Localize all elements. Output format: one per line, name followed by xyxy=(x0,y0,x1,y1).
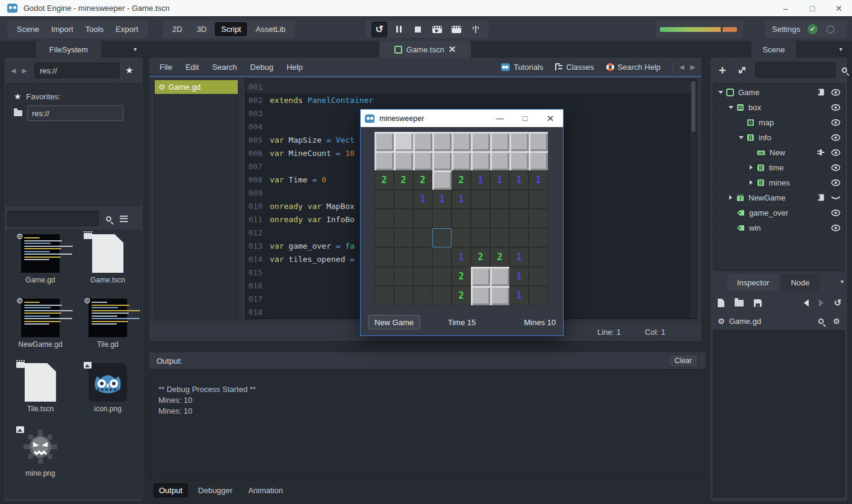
scene-node-mines[interactable]: mines xyxy=(714,175,844,190)
tile-r6-c3[interactable] xyxy=(432,247,452,267)
tile-r0-c3[interactable] xyxy=(432,132,452,151)
inspector-search-icon[interactable] xyxy=(818,319,824,324)
tile-r7-c3[interactable] xyxy=(432,267,452,286)
tile-r4-c6[interactable] xyxy=(490,209,509,228)
tile-r2-c8[interactable]: 1 xyxy=(529,170,548,190)
menu-import[interactable]: Import xyxy=(45,23,79,36)
tile-r6-c4[interactable]: 1 xyxy=(452,247,471,267)
tile-r3-c0[interactable] xyxy=(375,190,394,209)
file-mine-png[interactable]: mine.png xyxy=(9,428,72,492)
tile-r0-c1[interactable] xyxy=(394,132,413,151)
tile-r1-c7[interactable] xyxy=(509,151,529,170)
tab-node[interactable]: Node xyxy=(781,274,819,291)
load-resource-icon[interactable] xyxy=(735,300,744,306)
scene-node-new[interactable]: OKNew xyxy=(714,145,844,160)
favorite-star-icon[interactable]: ★ xyxy=(125,65,133,76)
pause-button[interactable] xyxy=(391,22,406,37)
tile-r6-c1[interactable] xyxy=(394,247,413,267)
tile-r3-c7[interactable] xyxy=(509,190,529,209)
tile-r5-c6[interactable] xyxy=(490,228,509,247)
script-icon[interactable] xyxy=(817,193,825,202)
minesweeper-maximize-button[interactable]: □ xyxy=(512,110,538,127)
tile-r3-c2[interactable]: 1 xyxy=(413,190,432,209)
tile-r2-c2[interactable]: 2 xyxy=(413,170,432,190)
scene-node-game_over[interactable]: game_over xyxy=(714,205,844,220)
nav-forward-icon[interactable]: ▶ xyxy=(22,67,26,75)
eye-icon[interactable] xyxy=(831,134,841,141)
bottom-tab-debugger[interactable]: Debugger xyxy=(193,484,238,497)
settings-button[interactable]: Settings xyxy=(772,25,800,34)
code-line-001[interactable]: 001 xyxy=(246,80,696,93)
tile-r6-c0[interactable] xyxy=(375,247,394,267)
tile-r3-c3[interactable]: 1 xyxy=(432,190,452,209)
script-menu-debug[interactable]: Debug xyxy=(244,63,280,72)
history-icon[interactable]: ↺ xyxy=(834,297,842,308)
tile-r3-c5[interactable] xyxy=(471,190,490,209)
instance-scene-icon[interactable] xyxy=(738,66,747,75)
tile-r1-c1[interactable] xyxy=(394,151,413,170)
tile-r8-c5[interactable] xyxy=(471,286,490,305)
tile-r5-c8[interactable] xyxy=(529,228,548,247)
tile-r1-c2[interactable] xyxy=(413,151,432,170)
replay-button[interactable]: ↺ xyxy=(372,22,387,37)
tile-r2-c6[interactable]: 1 xyxy=(490,170,509,190)
remote-debug-icon[interactable] xyxy=(468,22,484,37)
help-link-search-help[interactable]: Search Help xyxy=(602,63,666,72)
scene-dock-menu-icon[interactable]: ▾ xyxy=(839,46,842,52)
tile-r4-c3[interactable] xyxy=(432,209,452,228)
tile-r7-c6[interactable] xyxy=(490,267,509,286)
menu-export[interactable]: Export xyxy=(110,23,145,36)
scene-node-info[interactable]: info xyxy=(714,130,844,145)
expand-toggle-icon[interactable] xyxy=(748,180,754,185)
script-menu-file[interactable]: File xyxy=(153,63,179,72)
tile-r8-c7[interactable]: 1 xyxy=(509,286,529,305)
tile-r1-c3[interactable] xyxy=(432,151,452,170)
tile-r0-c7[interactable] xyxy=(509,132,529,151)
workspace-tab-3d[interactable]: 3D xyxy=(191,22,213,36)
scene-filter-input[interactable] xyxy=(755,62,836,78)
tile-r1-c8[interactable] xyxy=(529,151,548,170)
tile-r8-c1[interactable] xyxy=(394,286,413,305)
bottom-tab-animation[interactable]: Animation xyxy=(243,484,288,497)
play-custom-scene-button[interactable] xyxy=(449,22,464,37)
tile-r5-c2[interactable] xyxy=(413,228,432,247)
favorite-res-root[interactable]: res:// xyxy=(7,105,141,121)
tile-r5-c3[interactable] xyxy=(432,228,452,247)
file-tile-tscn[interactable]: Tile.tscn xyxy=(9,363,72,428)
code-scrollbar[interactable] xyxy=(691,80,696,319)
tile-r7-c7[interactable]: 1 xyxy=(509,267,529,286)
tile-r7-c5[interactable] xyxy=(471,267,490,286)
eye-icon[interactable] xyxy=(831,225,841,231)
workspace-tab-script[interactable]: Script xyxy=(215,22,247,36)
tile-r3-c1[interactable] xyxy=(394,190,413,209)
tile-r5-c0[interactable] xyxy=(375,228,394,247)
tile-r6-c2[interactable] xyxy=(413,247,432,267)
scene-node-map[interactable]: map xyxy=(714,115,844,130)
eye-icon[interactable] xyxy=(831,179,841,186)
close-tab-icon[interactable]: ✕ xyxy=(449,44,456,55)
tile-r2-c1[interactable]: 2 xyxy=(394,170,413,190)
tile-r5-c7[interactable] xyxy=(509,228,529,247)
tile-r2-c3[interactable] xyxy=(432,170,452,190)
tile-r6-c6[interactable]: 2 xyxy=(490,247,509,267)
tab-scene-dock[interactable]: Scene xyxy=(751,41,796,58)
slot-icon[interactable] xyxy=(816,148,825,157)
tile-r8-c2[interactable] xyxy=(413,286,432,305)
tile-r0-c4[interactable] xyxy=(452,132,471,151)
expand-toggle-icon[interactable] xyxy=(727,195,734,200)
tile-r8-c8[interactable] xyxy=(529,286,548,305)
bottom-tab-output[interactable]: Output xyxy=(154,484,188,497)
workspace-tab-assetlib[interactable]: AssetLib xyxy=(249,22,291,36)
filesystem-dock-menu-icon[interactable]: ▾ xyxy=(134,46,137,52)
tile-r2-c4[interactable]: 2 xyxy=(452,170,471,190)
add-node-icon[interactable]: ＋ xyxy=(717,62,728,78)
file-icon-png[interactable]: icon.png xyxy=(76,363,139,428)
tile-r0-c6[interactable] xyxy=(490,132,509,151)
script-history-back-icon[interactable]: ◀ xyxy=(679,63,684,71)
tile-r5-c4[interactable] xyxy=(452,228,471,247)
tile-r4-c1[interactable] xyxy=(394,209,413,228)
tile-r1-c0[interactable] xyxy=(375,151,394,170)
tile-r2-c0[interactable]: 2 xyxy=(375,170,394,190)
script-item-game-gd[interactable]: ⚙ Game.gd xyxy=(155,80,238,94)
tile-r4-c5[interactable] xyxy=(471,209,490,228)
